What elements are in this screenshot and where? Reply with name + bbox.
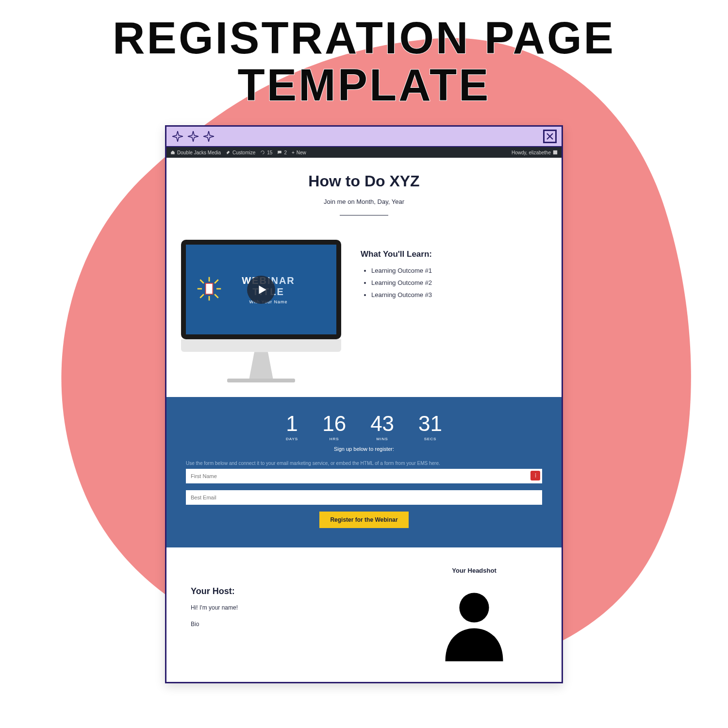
host-section: Your Host: Hi! I'm your name! Bio Your H… (166, 547, 562, 682)
divider (340, 215, 388, 215)
page-title: How to Do XYZ (166, 172, 562, 190)
form-helper-text: Use the form below and connect it to you… (186, 461, 542, 466)
play-icon (256, 283, 268, 296)
sparkle-icon (171, 130, 184, 143)
countdown-mins: 43 (370, 412, 394, 436)
first-name-field[interactable] (186, 469, 542, 483)
countdown-days: 1 (286, 412, 298, 436)
browser-window: Double Jacks Media Customize 15 2 + New (165, 125, 563, 683)
learn-section: What You'll Learn: Learning Outcome #1 L… (361, 240, 537, 301)
comment-icon (277, 150, 282, 155)
email-field[interactable] (186, 490, 542, 505)
countdown-hrs: 16 (322, 412, 346, 436)
burst-icon (196, 275, 223, 304)
svg-point-10 (459, 593, 489, 623)
countdown-secs: 31 (418, 412, 442, 436)
heading-line2: TEMPLATE (0, 62, 728, 109)
countdown-timer: 1DAYS 16HRS 43MINS 31SECS (186, 412, 542, 441)
page-heading: REGISTRATION PAGE TEMPLATE (0, 0, 728, 108)
browser-titlebar (166, 127, 562, 147)
svg-rect-9 (206, 283, 213, 294)
play-button[interactable] (247, 276, 275, 304)
list-item: Learning Outcome #3 (371, 289, 537, 301)
headshot-caption: Your Headshot (411, 567, 537, 574)
plus-icon: + (292, 150, 295, 155)
host-intro: Hi! I'm your name! (191, 604, 392, 611)
page-subtitle: Join me on Month, Day, Year (166, 198, 562, 205)
register-button[interactable]: Register for the Webinar (319, 512, 408, 528)
svg-line-6 (215, 294, 218, 298)
sparkle-icon (187, 130, 199, 143)
sparkle-icon (202, 130, 215, 143)
home-icon (170, 150, 175, 155)
field-action-badge[interactable]: ⋮ (530, 471, 540, 480)
adminbar-site[interactable]: Double Jacks Media (170, 150, 221, 155)
brush-icon (226, 150, 231, 155)
adminbar-greeting[interactable]: Howdy, elizabethe (512, 150, 558, 155)
host-bio: Bio (191, 621, 392, 628)
learn-heading: What You'll Learn: (361, 249, 537, 259)
list-item: Learning Outcome #2 (371, 277, 537, 289)
list-item: Learning Outcome #1 (371, 265, 537, 277)
person-icon (433, 583, 515, 665)
signup-note: Sign up below to register: (186, 446, 542, 452)
avatar-icon (553, 150, 558, 155)
adminbar-customize[interactable]: Customize (226, 150, 255, 155)
adminbar-comments[interactable]: 2 (277, 150, 287, 155)
host-heading: Your Host: (191, 586, 392, 596)
close-button[interactable] (543, 130, 557, 143)
close-icon (546, 132, 554, 141)
headshot-placeholder (411, 583, 537, 667)
svg-rect-0 (553, 150, 557, 154)
browser-decoration-stars (171, 130, 215, 143)
svg-line-7 (215, 280, 218, 283)
video-thumbnail[interactable]: WEBINAR TITLE With Your Name (181, 240, 341, 382)
svg-line-5 (200, 280, 203, 283)
svg-line-8 (200, 294, 203, 298)
hero-section: How to Do XYZ Join me on Month, Day, Yea… (166, 158, 562, 220)
wp-admin-bar: Double Jacks Media Customize 15 2 + New (166, 147, 562, 158)
refresh-icon (260, 150, 265, 155)
registration-section: 1DAYS 16HRS 43MINS 31SECS Sign up below … (166, 397, 562, 547)
adminbar-updates[interactable]: 15 (260, 150, 272, 155)
heading-line1: REGISTRATION PAGE (113, 13, 615, 63)
adminbar-new[interactable]: + New (292, 150, 306, 155)
